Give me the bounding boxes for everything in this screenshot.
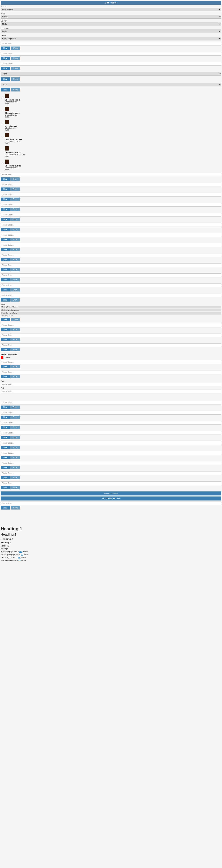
clear-button[interactable]: Clear xyxy=(1,278,10,281)
show-button[interactable]: Show xyxy=(10,375,20,378)
show-button[interactable]: Show xyxy=(10,446,20,449)
generic-select-2[interactable]: -None- xyxy=(1,83,221,87)
link[interactable]: link xyxy=(18,559,21,561)
show-button[interactable]: Show xyxy=(10,248,20,251)
clear-button[interactable]: Clear xyxy=(1,268,10,271)
link[interactable]: link xyxy=(21,554,24,556)
clear-button[interactable]: Clear xyxy=(1,415,10,419)
show-button[interactable]: Show xyxy=(11,506,20,509)
picker-input[interactable]: Please Select... xyxy=(1,461,221,465)
clear-button[interactable]: Clear xyxy=(1,426,10,429)
color-swatch[interactable] xyxy=(1,356,3,359)
clear-button[interactable]: Clear xyxy=(1,248,10,251)
clear-button[interactable]: Clear xyxy=(1,436,10,439)
clear-button[interactable]: Clear xyxy=(1,258,10,261)
show-button[interactable]: Show xyxy=(10,348,20,351)
clear-button[interactable]: Clear xyxy=(1,67,10,70)
show-button[interactable]: Show xyxy=(10,406,20,409)
show-button[interactable]: Show xyxy=(10,208,20,211)
picker-input[interactable]: Please Select... xyxy=(1,323,221,327)
picker-input[interactable]: Please Select... xyxy=(1,441,221,445)
show-button[interactable]: Show xyxy=(11,78,20,81)
clear-button[interactable]: Clear xyxy=(1,328,10,331)
picker-input[interactable]: Please Select... xyxy=(1,451,221,455)
clear-button[interactable]: Clear xyxy=(1,238,10,241)
clear-button[interactable]: Clear xyxy=(1,318,10,321)
language-select[interactable]: English xyxy=(1,30,221,33)
show-button[interactable]: Show xyxy=(10,178,20,181)
clear-button[interactable]: Clear xyxy=(1,208,10,211)
clear-button[interactable]: Clear xyxy=(1,338,10,341)
picker-input[interactable]: Please Select... xyxy=(1,253,221,257)
clear-button[interactable]: Clear xyxy=(1,46,10,50)
show-button[interactable]: Show xyxy=(10,268,20,271)
show-button[interactable]: Show xyxy=(11,57,20,60)
picker-input[interactable]: Please Select... xyxy=(1,431,221,435)
show-button[interactable]: Show xyxy=(10,365,20,368)
picker-input[interactable]: Please Select... xyxy=(1,360,221,364)
show-button[interactable]: Show xyxy=(10,187,20,191)
clear-button[interactable]: Clear xyxy=(1,486,10,489)
start-input[interactable]: Please Select... xyxy=(1,383,221,386)
picker-input[interactable]: Please Select... xyxy=(1,203,221,207)
link[interactable]: link xyxy=(18,557,21,558)
picker-input-3[interactable]: Please Select... xyxy=(1,62,221,66)
picker-input[interactable]: Please Select... xyxy=(1,370,221,374)
show-button[interactable]: Show xyxy=(10,415,20,419)
picker-input[interactable]: Please Select... xyxy=(1,183,221,186)
link[interactable]: link xyxy=(20,551,22,553)
show-button[interactable]: Show xyxy=(11,318,20,321)
clear-button[interactable]: Clear xyxy=(1,406,10,409)
mode-select[interactable]: Scroller xyxy=(1,15,221,19)
picker-input[interactable]: Please Select... xyxy=(1,193,221,196)
generic-select-1[interactable]: -None- xyxy=(1,72,221,76)
show-button[interactable]: Show xyxy=(11,67,20,70)
picker-input[interactable]: Please Select... xyxy=(1,264,221,267)
clear-button[interactable]: Clear xyxy=(1,228,10,231)
picker-input[interactable]: Please Select... xyxy=(1,243,221,247)
picker-input[interactable]: Please Select... xyxy=(1,223,221,227)
display-select[interactable]: Modal xyxy=(1,22,221,26)
picker-input[interactable]: Please Select... xyxy=(1,421,221,425)
picker-input[interactable]: Please Select... xyxy=(1,411,221,414)
show-button[interactable]: Show xyxy=(10,328,20,331)
show-button[interactable]: Show xyxy=(10,288,20,291)
clear-button[interactable]: Clear xyxy=(1,288,10,291)
clear-button[interactable]: Clear xyxy=(1,466,10,469)
show-button[interactable]: Show xyxy=(10,338,20,341)
clear-button[interactable]: Clear xyxy=(1,218,10,221)
clear-button[interactable]: Clear xyxy=(1,187,10,191)
theme-select[interactable]: Default / Auto xyxy=(1,8,221,11)
end-input[interactable]: Please Select... xyxy=(1,390,221,393)
show-button[interactable]: Show xyxy=(10,486,20,489)
show-button[interactable]: Show xyxy=(10,436,20,439)
picker-input[interactable]: Please Select... xyxy=(1,293,221,297)
picker-input[interactable]: Please Select... xyxy=(1,471,221,475)
picker-input[interactable]: Please Select... xyxy=(1,213,221,217)
show-button[interactable]: Show xyxy=(10,456,20,459)
picker-input[interactable]: Please Select... xyxy=(1,401,221,404)
picker-input-1[interactable]: Please Select... xyxy=(1,42,221,45)
picker-input[interactable]: Please Select... xyxy=(1,333,221,337)
picker-input[interactable]: Please Select... xyxy=(1,273,221,277)
picker-input[interactable]: Please Select... xyxy=(1,233,221,237)
show-button[interactable]: Show xyxy=(10,278,20,281)
picker-input[interactable]: Please Select... xyxy=(1,482,221,485)
show-button[interactable]: Show xyxy=(11,46,20,50)
clear-button[interactable]: Clear xyxy=(1,506,10,509)
picker-input[interactable]: Please Select... xyxy=(1,173,221,176)
show-button[interactable]: Show xyxy=(10,218,20,221)
demo-select[interactable]: Basic usage date xyxy=(1,37,221,40)
get-location-button[interactable]: Get Location (Geocode) xyxy=(1,496,221,500)
show-button[interactable]: Show xyxy=(10,258,20,261)
clear-button[interactable]: Clear xyxy=(1,197,10,201)
clear-button[interactable]: Clear xyxy=(1,178,10,181)
show-button[interactable]: Show xyxy=(10,426,20,429)
show-button[interactable]: Show xyxy=(10,466,20,469)
clear-button[interactable]: Clear xyxy=(1,365,10,368)
clear-button[interactable]: Clear xyxy=(1,476,10,479)
picker-input[interactable]: Please Select... xyxy=(1,343,221,347)
picker-input[interactable]: Please Select... xyxy=(1,283,221,287)
clear-button[interactable]: Clear xyxy=(1,298,10,302)
show-button[interactable]: Show xyxy=(10,197,20,201)
